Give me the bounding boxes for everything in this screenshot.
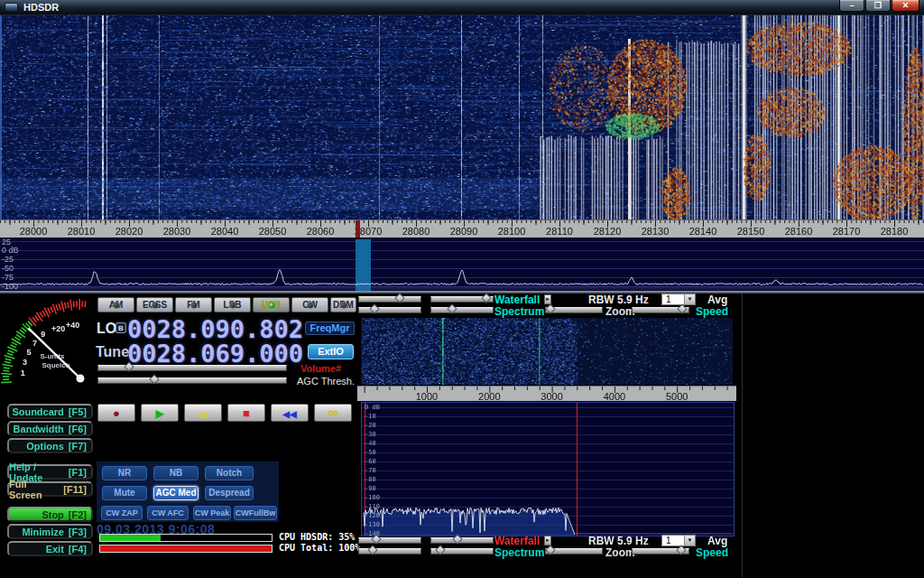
avg-dropdown[interactable]: 1 ▼ bbox=[661, 294, 696, 305]
mode-led-icon bbox=[190, 302, 198, 309]
waterfall-label[interactable]: Waterfall bbox=[494, 535, 540, 547]
display-slider-3[interactable] bbox=[358, 307, 421, 313]
audio-db-label: -60 bbox=[365, 458, 376, 465]
loop-button[interactable]: ∞ bbox=[314, 404, 352, 422]
audio-db-label: -110 bbox=[365, 503, 380, 510]
button-label: Soundcard bbox=[12, 406, 63, 417]
button-full-screen[interactable]: Full Screen[F11] bbox=[7, 481, 93, 497]
audio-frequency-scale[interactable]: 10002000300040005000 bbox=[357, 386, 736, 401]
mode-button-lsb[interactable]: LSB bbox=[214, 297, 251, 312]
stop-button[interactable]: ■ bbox=[227, 404, 265, 422]
button-fkey: [F11] bbox=[63, 484, 87, 495]
audio-db-label: -100 bbox=[365, 494, 380, 501]
freqmgr-button[interactable]: FreqMgr bbox=[305, 322, 355, 335]
dsp-button-despread[interactable]: Despread bbox=[205, 486, 254, 500]
s-meter bbox=[0, 296, 95, 403]
dropdown-arrow-icon[interactable]: ▼ bbox=[684, 294, 695, 304]
dsp-button-cwfullbw[interactable]: CWFullBw bbox=[234, 506, 277, 520]
audio-db-label: 0 dB bbox=[365, 404, 380, 411]
lo-frequency-display[interactable]: 0028.090.802 bbox=[127, 318, 303, 341]
tune-marker bbox=[356, 220, 360, 238]
stop-icon: ■ bbox=[243, 406, 250, 420]
audio-waterfall[interactable] bbox=[361, 318, 733, 385]
mode-button-usb[interactable]: USB bbox=[253, 297, 290, 312]
avg-dropdown-value: 1 bbox=[666, 536, 671, 546]
minimize-icon[interactable]: – bbox=[839, 0, 864, 12]
spectrum-db-label: -100 bbox=[2, 282, 18, 291]
button-fkey: [F2] bbox=[69, 509, 87, 520]
main-spectrum[interactable]: 250 dB-25-50-75-100 bbox=[0, 238, 924, 291]
agc-threshold-label: AGC Thresh. bbox=[297, 376, 355, 387]
dsp-button-agc-med[interactable]: AGC Med bbox=[153, 486, 199, 500]
agc-threshold-slider[interactable] bbox=[97, 378, 287, 384]
button-exit[interactable]: Exit[F4] bbox=[7, 541, 93, 556]
dropdown-arrow-icon[interactable]: ▼ bbox=[684, 536, 695, 545]
mode-button-am[interactable]: AM bbox=[97, 297, 134, 312]
rbw-label: RBW 5.9 Hz bbox=[588, 535, 649, 547]
display-slider-1[interactable] bbox=[358, 296, 421, 303]
rewind-button[interactable]: ◀◀ bbox=[271, 404, 309, 422]
display-slider-1[interactable] bbox=[358, 537, 421, 544]
pause-button[interactable]: ▮▮ bbox=[184, 404, 222, 422]
audio-db-label: -120 bbox=[365, 512, 380, 519]
dsp-button-cw-afc[interactable]: CW AFC bbox=[147, 506, 189, 520]
main-spectrum-canvas bbox=[0, 238, 924, 291]
dsp-button-notch[interactable]: Notch bbox=[205, 466, 254, 480]
tune-label: Tune bbox=[96, 344, 129, 360]
lo-band-badge[interactable]: B bbox=[116, 322, 126, 333]
button-label: Exit bbox=[46, 544, 64, 555]
freq-scale-label: 28180 bbox=[874, 226, 914, 237]
mode-button-drm[interactable]: DRM bbox=[330, 297, 356, 312]
spectrum-db-label: -25 bbox=[2, 255, 14, 264]
button-bandwidth[interactable]: Bandwidth[F6] bbox=[7, 421, 93, 436]
audio-scale-label: 3000 bbox=[532, 391, 572, 402]
dsp-button-cw-zap[interactable]: CW ZAP bbox=[101, 506, 143, 520]
record-button[interactable]: ● bbox=[97, 404, 135, 422]
restore-icon[interactable]: ❐ bbox=[865, 0, 891, 12]
freq-scale-label: 28040 bbox=[205, 226, 245, 237]
button-options[interactable]: Options[F7] bbox=[7, 438, 93, 453]
main-spectrum-db-labels: 250 dB-25-50-75-100 bbox=[0, 238, 36, 291]
button-minimize[interactable]: Minimize[F3] bbox=[7, 524, 93, 539]
freq-scale-label: 28010 bbox=[61, 226, 101, 237]
frequency-scale-labels: 2800028010280202803028040280502806028070… bbox=[0, 220, 924, 238]
speed-label: Speed bbox=[696, 305, 728, 318]
avg-dropdown[interactable]: 1 ▼ bbox=[661, 535, 696, 546]
audio-scale-label: 1000 bbox=[407, 391, 447, 402]
extio-button[interactable]: ExtIO bbox=[308, 344, 354, 359]
display-slider-4[interactable] bbox=[430, 307, 494, 313]
freq-scale-label: 28000 bbox=[14, 226, 53, 237]
mode-button-fm[interactable]: FM bbox=[175, 297, 212, 312]
close-icon[interactable]: ✕ bbox=[892, 0, 919, 12]
audio-spectrum[interactable]: 0 dB-10-20-30-40-50-60-70-80-90-100-110-… bbox=[361, 402, 735, 536]
spectrum-label[interactable]: Spectrum bbox=[494, 305, 544, 318]
button-help-update[interactable]: Help / Update[F1] bbox=[7, 464, 93, 480]
mode-led-icon bbox=[307, 302, 314, 309]
lo-label: LO bbox=[97, 321, 116, 337]
spectrum-label[interactable]: Spectrum bbox=[494, 546, 544, 559]
dsp-button-cw-peak[interactable]: CW Peak bbox=[193, 506, 231, 520]
spectrum-db-label: 0 dB bbox=[2, 246, 19, 255]
audio-db-label: -40 bbox=[365, 440, 376, 447]
dsp-button-nr[interactable]: NR bbox=[102, 466, 147, 480]
pause-icon: ▮▮ bbox=[199, 411, 208, 419]
waterfall-label[interactable]: Waterfall bbox=[494, 294, 540, 306]
play-button[interactable]: ▶ bbox=[141, 404, 179, 422]
cpu-hdsdr-bar-fill bbox=[100, 535, 161, 541]
mode-led-icon bbox=[268, 302, 275, 309]
frequency-scale[interactable]: 2800028010280202803028040280502806028070… bbox=[0, 219, 924, 238]
dsp-button-nb[interactable]: NB bbox=[153, 466, 199, 480]
audio-db-label: -80 bbox=[365, 476, 376, 483]
tune-frequency-display[interactable]: 0028.069.000 bbox=[127, 342, 303, 366]
freq-scale-label: 28050 bbox=[253, 226, 292, 237]
dsp-button-mute[interactable]: Mute bbox=[102, 486, 147, 500]
recorder-button-row: ●▶▮▮■◀◀∞ bbox=[0, 0, 271, 23]
button-soundcard[interactable]: Soundcard[F5] bbox=[7, 404, 93, 419]
record-icon: ● bbox=[113, 406, 120, 420]
mode-button-cw[interactable]: CW bbox=[291, 297, 328, 312]
freq-scale-label: 28030 bbox=[157, 226, 197, 237]
button-stop[interactable]: Stop[F2] bbox=[7, 507, 93, 522]
main-waterfall[interactable] bbox=[0, 15, 924, 219]
button-label: Bandwidth bbox=[14, 424, 64, 434]
mode-button-ecss[interactable]: ECSS bbox=[136, 297, 173, 312]
